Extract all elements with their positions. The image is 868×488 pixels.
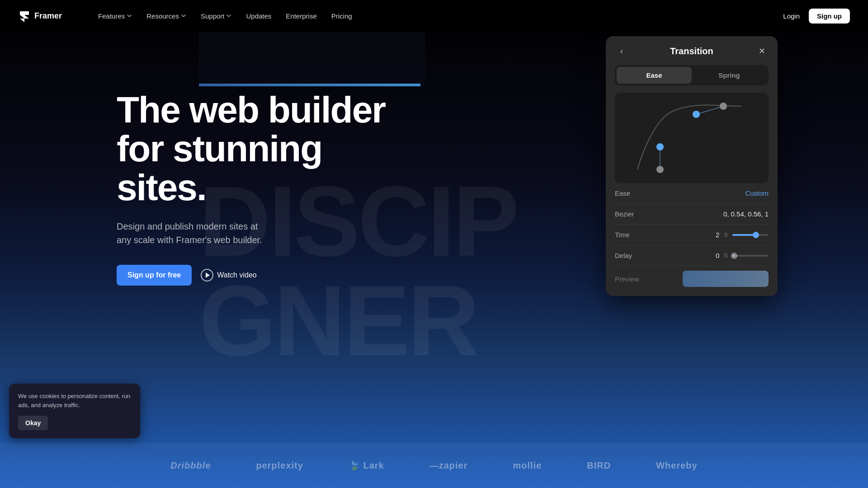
hero-buttons: Sign up for free Watch video	[117, 265, 410, 286]
panel-tabs: Ease Spring	[615, 65, 769, 85]
time-unit: S	[724, 231, 728, 238]
time-row: Time 2 S	[615, 225, 769, 245]
time-slider-thumb[interactable]	[753, 232, 759, 238]
time-label: Time	[615, 231, 630, 239]
time-value: 2	[716, 231, 719, 239]
time-slider-track[interactable]	[732, 234, 769, 236]
panel-header: ‹ Transition ✕	[606, 36, 778, 58]
cookie-banner: We use cookies to personalize content, r…	[9, 384, 140, 438]
framer-logo-icon	[18, 9, 31, 22]
nav-support[interactable]: Support	[201, 12, 232, 20]
chevron-down-icon	[226, 13, 231, 19]
svg-line-3	[696, 106, 723, 114]
nav-links: Features Resources Support Updates Enter…	[98, 12, 783, 20]
logo-lark: 🍃 Lark	[349, 460, 384, 471]
signup-button[interactable]: Sign up	[809, 9, 850, 23]
logo-dribbble: Dribbble	[170, 460, 211, 471]
hero-content: The web builder for stunning sites. Desi…	[117, 90, 410, 286]
preview-bar	[683, 271, 769, 287]
delay-value: 0	[716, 252, 719, 259]
bezier-curve-area	[615, 93, 769, 183]
cookie-okay-button[interactable]: Okay	[18, 416, 48, 430]
nav-updates[interactable]: Updates	[246, 12, 271, 20]
tab-ease[interactable]: Ease	[617, 67, 692, 84]
hero-title: The web builder for stunning sites.	[117, 90, 410, 207]
preview-row: Preview	[615, 266, 769, 287]
time-slider-fill	[732, 234, 756, 236]
delay-right: 0 S	[716, 252, 769, 259]
nav-features[interactable]: Features	[98, 12, 132, 20]
time-right: 2 S	[716, 231, 769, 239]
ease-label: Ease	[615, 189, 630, 197]
panel-close-button[interactable]: ✕	[755, 44, 769, 58]
play-circle-icon	[201, 269, 213, 282]
ease-row: Ease Custom	[615, 183, 769, 204]
logo[interactable]: Framer	[18, 9, 62, 22]
tab-spring[interactable]: Spring	[692, 67, 767, 84]
panel-title: Transition	[670, 46, 713, 56]
navbar: Framer Features Resources Support Update…	[0, 0, 868, 32]
watch-video-button[interactable]: Watch video	[201, 269, 256, 282]
cookie-text: We use cookies to personalize content, r…	[18, 392, 131, 409]
delay-slider-fill	[732, 255, 734, 257]
logos-bar: Dribbble perplexity 🍃 Lark —zapier molli…	[0, 443, 868, 488]
svg-point-1	[656, 166, 664, 173]
delay-slider-thumb[interactable]	[731, 253, 737, 259]
logo-bird: BIRD	[587, 460, 611, 471]
hero-subtitle: Design and publish modern sites atany sc…	[117, 220, 410, 247]
nav-enterprise[interactable]: Enterprise	[286, 12, 316, 20]
hero-dark-overlay	[199, 32, 425, 86]
chevron-down-icon	[181, 13, 186, 19]
delay-slider-track[interactable]	[732, 255, 769, 257]
svg-point-5	[720, 103, 727, 110]
nav-pricing[interactable]: Pricing	[331, 12, 352, 20]
chevron-down-icon	[127, 13, 132, 19]
bezier-curve-svg	[615, 93, 769, 183]
bezier-value[interactable]: 0, 0.54, 0.56, 1	[723, 210, 769, 218]
logo-perplexity: perplexity	[256, 460, 303, 471]
play-triangle-icon	[206, 272, 210, 278]
transition-panel: ‹ Transition ✕ Ease Spring	[606, 36, 778, 296]
delay-label: Delay	[615, 252, 632, 259]
ease-value[interactable]: Custom	[745, 189, 769, 197]
logo-zapier: —zapier	[429, 460, 468, 471]
delay-unit: S	[724, 252, 728, 259]
logo-mollie: mollie	[513, 460, 542, 471]
bezier-row: Bezier 0, 0.54, 0.56, 1	[615, 204, 769, 225]
signup-for-free-button[interactable]: Sign up for free	[117, 265, 192, 286]
svg-point-4	[693, 111, 700, 118]
nav-right: Login Sign up	[783, 9, 850, 23]
bezier-label: Bezier	[615, 210, 634, 218]
nav-resources[interactable]: Resources	[146, 12, 186, 20]
delay-row: Delay 0 S	[615, 245, 769, 266]
svg-point-2	[656, 143, 664, 150]
preview-label: Preview	[615, 275, 683, 283]
panel-back-button[interactable]: ‹	[615, 44, 628, 58]
logo-text: Framer	[34, 11, 62, 21]
logo-whereby: Whereby	[656, 460, 697, 471]
login-button[interactable]: Login	[783, 12, 800, 20]
panel-rows: Ease Custom Bezier 0, 0.54, 0.56, 1 Time…	[606, 183, 778, 296]
hero-dark-line	[199, 84, 420, 86]
